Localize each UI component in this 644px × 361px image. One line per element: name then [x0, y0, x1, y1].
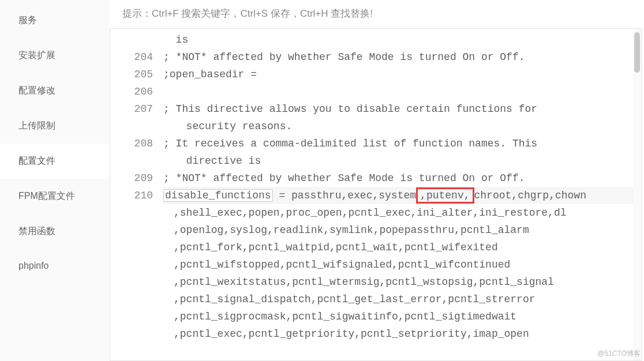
- highlighted-keyword: disable_functions: [163, 189, 273, 202]
- sidebar-item-6[interactable]: 禁用函数: [0, 214, 110, 249]
- code-line[interactable]: is: [163, 31, 641, 48]
- code-line[interactable]: ,shell_exec,popen,proc_open,pcntl_exec,i…: [163, 204, 641, 221]
- red-highlight-box: ,putenv,: [416, 187, 474, 204]
- code-editor[interactable]: 204205206207208209210 is; *NOT* affected…: [110, 29, 641, 360]
- watermark: @51CTO博客: [597, 349, 641, 359]
- code-line[interactable]: security reasons.: [163, 118, 641, 135]
- sidebar-item-3[interactable]: 上传限制: [0, 108, 110, 144]
- vertical-scrollbar[interactable]: [633, 29, 641, 360]
- sidebar-item-5[interactable]: FPM配置文件: [0, 179, 110, 214]
- main-panel: 提示：Ctrl+F 搜索关键字，Ctrl+S 保存，Ctrl+H 查找替换! 2…: [110, 0, 644, 361]
- code-line[interactable]: disable_functions = passthru,exec,system…: [163, 187, 641, 204]
- code-line[interactable]: ; It receives a comma-delimited list of …: [163, 135, 641, 152]
- editor-container: 204205206207208209210 is; *NOT* affected…: [110, 28, 642, 361]
- code-line[interactable]: ,pcntl_wexitstatus,pcntl_wtermsig,pcntl_…: [163, 273, 641, 291]
- code-line[interactable]: ,pcntl_exec,pcntl_getpriority,pcntl_setp…: [163, 325, 641, 343]
- code-line[interactable]: ,pcntl_signal_dispatch,pcntl_get_last_er…: [163, 291, 641, 308]
- sidebar-item-7[interactable]: phpinfo: [0, 249, 110, 283]
- scrollbar-thumb[interactable]: [634, 32, 640, 73]
- sidebar-item-0[interactable]: 服务: [0, 3, 110, 38]
- code-line[interactable]: directive is: [163, 152, 641, 170]
- sidebar: 服务安装扩展配置修改上传限制配置文件FPM配置文件禁用函数phpinfo: [0, 0, 110, 361]
- code-line[interactable]: ,pcntl_wifstopped,pcntl_wifsignaled,pcnt…: [163, 256, 641, 273]
- code-line[interactable]: ; This directive allows you to disable c…: [163, 100, 641, 118]
- code-line[interactable]: ; *NOT* affected by whether Safe Mode is…: [163, 170, 641, 187]
- code-content[interactable]: is; *NOT* affected by whether Safe Mode …: [163, 29, 641, 360]
- hint-text: 提示：Ctrl+F 搜索关键字，Ctrl+S 保存，Ctrl+H 查找替换!: [110, 0, 644, 28]
- code-line[interactable]: ,pcntl_fork,pcntl_waitpid,pcntl_wait,pcn…: [163, 239, 641, 256]
- code-line[interactable]: ; *NOT* affected by whether Safe Mode is…: [163, 48, 641, 66]
- line-gutter: 204205206207208209210: [110, 29, 163, 360]
- code-line[interactable]: ,pcntl_sigprocmask,pcntl_sigwaitinfo,pcn…: [163, 308, 641, 325]
- code-line[interactable]: [163, 83, 641, 100]
- sidebar-item-2[interactable]: 配置修改: [0, 73, 110, 108]
- code-line[interactable]: ,openlog,syslog,readlink,symlink,popepas…: [163, 221, 641, 239]
- code-line[interactable]: ;open_basedir =: [163, 66, 641, 83]
- sidebar-item-1[interactable]: 安装扩展: [0, 38, 110, 73]
- sidebar-item-4[interactable]: 配置文件: [0, 144, 110, 179]
